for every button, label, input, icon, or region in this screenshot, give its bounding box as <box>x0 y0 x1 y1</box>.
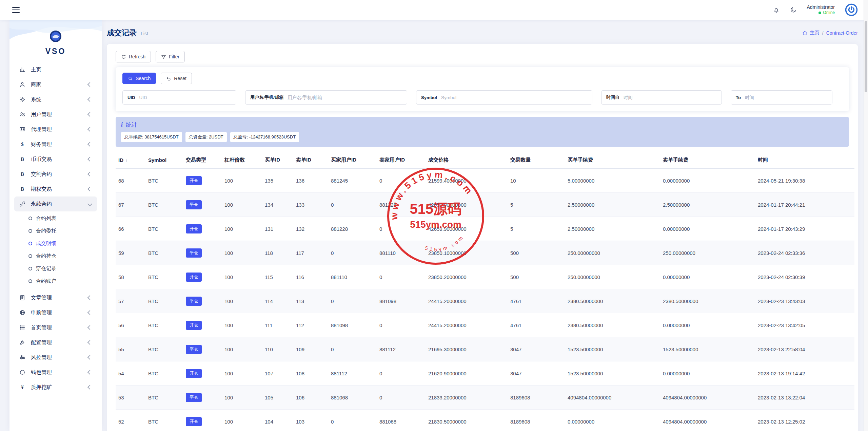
sidebar-item-4[interactable]: 代理管理 <box>14 122 97 137</box>
sidebar-item-11[interactable]: 申购管理 <box>14 305 97 320</box>
page-header: 成交记录 List 主页 / Contract-Order <box>107 28 858 38</box>
cell-price: 23850.20000000 <box>426 265 508 289</box>
sidebar-item-16[interactable]: ¥质押挖矿 <box>14 380 97 395</box>
cell-buy-id: 131 <box>262 217 293 241</box>
filter-button[interactable]: Filter <box>156 51 185 62</box>
reset-button[interactable]: Reset <box>161 73 192 84</box>
circle-bullet-icon <box>28 229 32 233</box>
sidebar-subitem-5[interactable]: 合约账户 <box>14 275 97 287</box>
logo[interactable]: VSO <box>9 29 102 56</box>
page-subtitle: List <box>141 31 148 36</box>
sidebar-item-13[interactable]: 配置管理 <box>14 335 97 350</box>
user-menu[interactable]: Administrator Online <box>807 4 835 16</box>
sidebar-item-6[interactable]: B币币交易 <box>14 152 97 167</box>
sidebar-item-label: 首页管理 <box>31 324 88 331</box>
filter-label-uid: UID <box>127 95 135 100</box>
cell-sell-id: 109 <box>293 337 328 361</box>
cell-type: 开仓 <box>183 265 222 289</box>
breadcrumb-home[interactable]: 主页 <box>810 30 820 36</box>
sidebar-menu: 主页商家系统用户管理代理管理$财务管理B币币交易B交割合约B期权交易永续合约合约… <box>9 62 102 405</box>
hamburger-icon[interactable] <box>10 5 22 15</box>
idcard-icon <box>18 126 26 132</box>
cell-time: 2023-02-13 22:58:04 <box>755 337 854 361</box>
cell-buyer-uid: 881068 <box>328 386 377 410</box>
filter-group-symbol: Symbol <box>416 90 592 105</box>
moon-icon[interactable] <box>790 6 797 13</box>
sidebar-item-8[interactable]: B期权交易 <box>14 182 97 196</box>
sidebar-item-9[interactable]: 永续合约 <box>14 196 97 211</box>
sidebar-item-0[interactable]: 主页 <box>14 62 97 77</box>
chevron-left-icon <box>87 325 92 330</box>
user-name: Administrator <box>807 4 835 11</box>
column-header-buyer-uid: 买家用户ID <box>328 152 377 169</box>
sidebar-subitem-0[interactable]: 合约列表 <box>14 212 97 225</box>
table-row: 68BTC开仓100135136881245021599.40000000105… <box>116 169 854 193</box>
cell-time: 2023-02-23 13:43:03 <box>755 289 854 313</box>
cell-qty: 3047 <box>508 337 565 361</box>
chevron-left-icon <box>87 142 92 147</box>
sidebar-item-5[interactable]: $财务管理 <box>14 137 97 152</box>
cell-buy-id: 118 <box>262 241 293 265</box>
cell-id: 52 <box>116 410 145 431</box>
online-dot-icon <box>818 12 821 14</box>
cell-sell-id: 108 <box>293 361 328 386</box>
table-row: 57BTC平仓100114113088109824415.20000000476… <box>116 289 854 313</box>
cell-buy-id: 105 <box>262 386 293 410</box>
breadcrumb-current[interactable]: Contract-Order <box>826 30 858 36</box>
sidebar-item-14[interactable]: 风控管理 <box>14 350 97 365</box>
power-icon[interactable] <box>845 3 858 16</box>
cell-time: 2023-02-13 12:25:02 <box>755 410 854 431</box>
cell-sell-fee: 250.00000000 <box>660 241 755 265</box>
sidebar-subitem-1[interactable]: 合约委托 <box>14 225 97 237</box>
circle-bullet-icon <box>28 242 32 245</box>
sidebar-item-label: 永续合约 <box>31 201 88 208</box>
column-header-id[interactable]: ID↑ <box>116 152 145 169</box>
column-header-symbol: Symbol <box>145 152 183 169</box>
sidebar-item-12[interactable]: 首页管理 <box>14 320 97 335</box>
column-header-price: 成交价格 <box>426 152 508 169</box>
cell-leverage: 100 <box>222 169 262 193</box>
filter-input-symbol[interactable] <box>440 95 590 100</box>
sidebar-item-15[interactable]: 钱包管理 <box>14 365 97 380</box>
sidebar-subitem-4[interactable]: 穿仓记录 <box>14 262 97 275</box>
circle-bullet-icon <box>28 254 32 258</box>
column-header-buy-fee: 买单手续费 <box>565 152 660 169</box>
scrollbar-track[interactable] <box>864 0 868 431</box>
cell-type: 开仓 <box>183 217 222 241</box>
column-header-sell-fee: 卖单手续费 <box>660 152 755 169</box>
filter-input-time-from[interactable] <box>623 95 719 100</box>
sidebar-item-1[interactable]: 商家 <box>14 77 97 92</box>
filter-input-time-to[interactable] <box>744 95 830 100</box>
sidebar-subitem-2[interactable]: 成交明细 <box>14 237 97 250</box>
sidebar-item-label: 系统 <box>31 96 88 103</box>
trade-type-badge: 平仓 <box>186 200 202 209</box>
cell-buy-fee: 250.00000000 <box>565 265 660 289</box>
cell-qty: 4761 <box>508 289 565 313</box>
cell-qty: 500 <box>508 241 565 265</box>
cell-symbol: BTC <box>145 169 183 193</box>
sidebar-item-7[interactable]: B交割合约 <box>14 167 97 182</box>
chevron-left-icon <box>87 355 92 360</box>
sidebar-item-2[interactable]: 系统 <box>14 92 97 107</box>
cell-type: 平仓 <box>183 386 222 410</box>
column-header-leverage: 杠杆倍数 <box>222 152 262 169</box>
cell-sell-id: 112 <box>293 313 328 337</box>
filter-input-username[interactable] <box>287 95 405 100</box>
cell-id: 67 <box>116 193 145 217</box>
sidebar-subitem-3[interactable]: 合约持仓 <box>14 250 97 262</box>
filter-label-time-to: To <box>736 95 741 100</box>
filter-input-uid[interactable] <box>138 95 234 100</box>
table-row: 56BTC开仓100111112881098024415.20000000476… <box>116 313 854 337</box>
scrollbar-thumb[interactable] <box>865 21 867 92</box>
cell-price: 21830.50000000 <box>426 410 508 431</box>
sidebar-item-10[interactable]: 文章管理 <box>14 290 97 305</box>
gear-icon <box>18 96 26 102</box>
cell-sell-fee: 0.00000000 <box>660 169 755 193</box>
search-button[interactable]: Search <box>122 73 156 84</box>
sidebar-item-label: 期权交易 <box>31 186 88 193</box>
cell-seller-uid: 881068 <box>377 410 426 431</box>
refresh-button[interactable]: Refresh <box>116 51 151 62</box>
cell-seller-uid: 881098 <box>377 289 426 313</box>
bell-icon[interactable] <box>773 6 780 14</box>
sidebar-item-3[interactable]: 用户管理 <box>14 107 97 122</box>
